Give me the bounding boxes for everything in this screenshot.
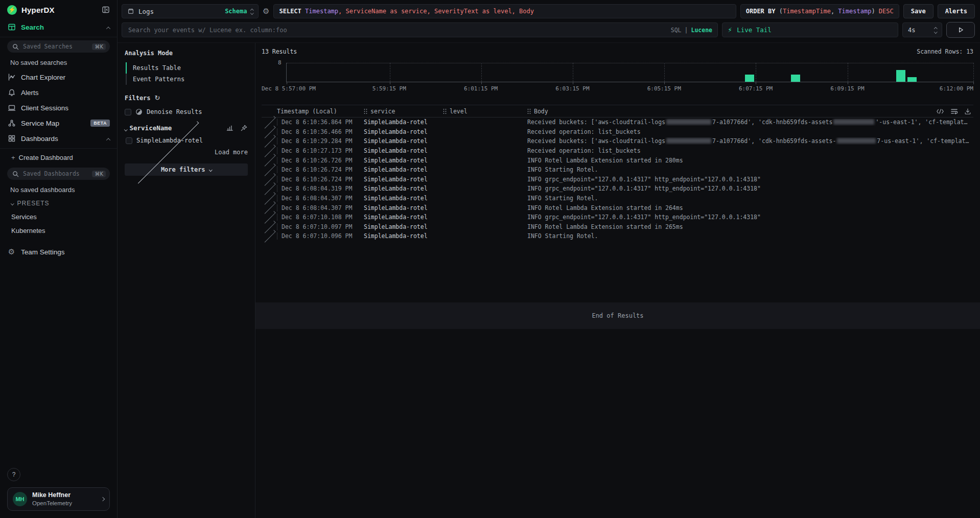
redacted-text [666, 138, 711, 144]
column-header-body[interactable]: Body [527, 108, 973, 115]
chevron-up-icon[interactable] [107, 135, 110, 143]
sidebar-item-dashboards[interactable]: Dashboards [0, 131, 117, 146]
histogram-bar[interactable] [896, 70, 905, 82]
refresh-icon[interactable]: ↻ [155, 94, 160, 102]
expand-row-icon[interactable] [262, 226, 277, 228]
log-row[interactable]: Dec 8 6:10:26.724 PMSimpleLambda-rotelIN… [262, 175, 973, 184]
cell-body: Received buckets: ['aws-cloudtrail-logs7… [527, 119, 973, 126]
redacted-text [833, 119, 874, 125]
histogram-bar[interactable] [907, 77, 917, 82]
expand-row-icon[interactable] [262, 140, 277, 143]
presets-toggle[interactable]: PRESETS [0, 197, 117, 210]
log-row[interactable]: Dec 8 6:10:36.466 PMSimpleLambda-rotelRe… [262, 127, 973, 137]
log-row[interactable]: Dec 8 6:08:04.307 PMSimpleLambda-rotelIN… [262, 194, 973, 203]
analysis-mode-option[interactable]: Results Table [126, 62, 248, 74]
sidebar-item-search[interactable]: Search [0, 19, 117, 35]
log-row[interactable]: Dec 8 6:07:10.097 PMSimpleLambda-rotelIN… [262, 222, 973, 232]
expand-row-icon[interactable] [262, 131, 277, 133]
refresh-interval-select[interactable]: 4s [902, 22, 942, 37]
denoise-row[interactable]: Denoise Results [125, 108, 248, 115]
drag-handle-icon[interactable] [527, 108, 531, 114]
profile-card[interactable]: MH Mike Heffner OpenTelemetry [7, 487, 110, 511]
sidebar-item-service-map[interactable]: Service Map BETA [0, 115, 117, 131]
gear-icon[interactable]: ⚙ [263, 7, 269, 16]
lucene-label[interactable]: Lucene [691, 27, 712, 34]
saved-searches-input[interactable] [22, 42, 89, 51]
expand-row-icon[interactable] [262, 178, 277, 181]
chevron-down-icon [209, 168, 212, 171]
log-row[interactable]: Dec 8 6:07:10.108 PMSimpleLambda-rotelIN… [262, 213, 973, 222]
sql-label[interactable]: SQL [671, 27, 682, 34]
search-input[interactable] [122, 23, 717, 37]
sidebar-item-chart-explorer[interactable]: Chart Explorer [0, 69, 117, 85]
log-row[interactable]: Dec 8 6:10:29.284 PMSimpleLambda-rotelRe… [262, 136, 973, 146]
expand-row-icon[interactable] [262, 197, 277, 200]
expand-row-icon[interactable] [262, 235, 277, 238]
expand-row-icon[interactable] [262, 121, 277, 124]
order-by[interactable]: ORDER BY (TimestampTime, Timestamp) DESC [740, 4, 899, 18]
histogram-bar[interactable] [745, 75, 754, 82]
bell-icon [7, 88, 16, 97]
log-row[interactable]: Dec 8 6:08:04.319 PMSimpleLambda-rotelIN… [262, 184, 973, 194]
drag-handle-icon[interactable] [364, 108, 367, 114]
cell-service: SimpleLambda-rotel [364, 214, 443, 221]
sidebar-collapse-icon[interactable] [102, 6, 110, 14]
live-tail-button[interactable]: ⚡ Live Tail [722, 22, 898, 37]
log-row[interactable]: Dec 8 6:10:27.173 PMSimpleLambda-rotelRe… [262, 146, 973, 156]
results-histogram[interactable]: 8 Dec 8 5:57:00 PM5:59:15 PM6:01:15 PM6:… [262, 63, 973, 93]
preset-kubernetes[interactable]: Kubernetes [0, 224, 117, 238]
wrap-lines-icon[interactable] [950, 108, 958, 115]
facet-chart-icon[interactable] [226, 124, 234, 132]
pin-icon[interactable] [240, 124, 248, 132]
chevron-right-icon [101, 498, 104, 501]
log-row[interactable]: Dec 8 6:10:26.726 PMSimpleLambda-rotelIN… [262, 155, 973, 165]
alerts-button[interactable]: Alerts [938, 4, 975, 18]
saved-dashboards-input[interactable] [22, 170, 89, 178]
drag-handle-icon[interactable] [443, 108, 447, 114]
gridline [756, 63, 756, 82]
expand-row-icon[interactable] [262, 159, 277, 161]
source-select[interactable]: Logs Schema [122, 4, 259, 18]
denoise-checkbox[interactable] [125, 109, 131, 115]
stepper-icon[interactable] [935, 27, 937, 33]
column-header-level[interactable]: level [443, 108, 527, 115]
sidebar-item-team-settings[interactable]: ⚙ Team Settings [0, 244, 117, 260]
log-row[interactable]: Dec 8 6:10:26.724 PMSimpleLambda-rotelIN… [262, 165, 973, 175]
select-query[interactable]: SELECT Timestamp, ServiceName as service… [273, 4, 736, 18]
column-header-label: Timestamp (Local) [277, 108, 337, 115]
select-query-text: SELECT Timestamp, ServiceName as service… [279, 8, 534, 15]
log-row[interactable]: Dec 8 6:10:36.864 PMSimpleLambda-rotelRe… [262, 117, 973, 127]
create-dashboard-button[interactable]: + Create Dashboard [0, 151, 117, 164]
chevron-up-icon[interactable] [107, 23, 110, 31]
load-more-button[interactable]: Load more [125, 149, 248, 156]
log-row[interactable]: Dec 8 6:07:10.096 PMSimpleLambda-rotelIN… [262, 231, 973, 241]
facet-value-row[interactable]: SimpleLambda-rotel [126, 137, 248, 144]
expand-row-icon[interactable] [262, 187, 277, 190]
log-row[interactable]: Dec 8 6:08:04.307 PMSimpleLambda-rotelIN… [262, 203, 973, 213]
chevron-down-icon[interactable] [125, 124, 127, 132]
order-by-text: ORDER BY (TimestampTime, Timestamp) DESC [746, 8, 894, 15]
help-button[interactable]: ? [7, 468, 20, 481]
save-button[interactable]: Save [903, 4, 934, 18]
end-of-results: End of Results [255, 302, 980, 329]
schema-select[interactable]: Schema [225, 8, 253, 15]
play-button[interactable] [946, 22, 975, 38]
column-header-service[interactable]: service [364, 108, 443, 115]
sidebar-item-client-sessions[interactable]: Client Sessions [0, 100, 117, 115]
expand-row-icon[interactable] [262, 150, 277, 152]
download-icon[interactable] [964, 108, 971, 115]
code-view-icon[interactable] [936, 108, 944, 115]
expand-row-icon[interactable] [262, 169, 277, 171]
more-filters-button[interactable]: More filters [125, 163, 248, 176]
gridline [664, 63, 665, 82]
preset-services[interactable]: Services [0, 210, 117, 224]
sidebar-item-alerts[interactable]: Alerts [0, 85, 117, 100]
analysis-mode-option[interactable]: Event Patterns [126, 74, 248, 85]
shortcut-badge: ⌘K [92, 43, 106, 50]
histogram-plot[interactable]: 8 [286, 63, 973, 82]
facet-value-checkbox[interactable] [126, 137, 132, 144]
language-toggle[interactable]: SQL | Lucene [671, 23, 712, 37]
expand-row-icon[interactable] [262, 216, 277, 219]
histogram-bar[interactable] [791, 75, 800, 82]
expand-row-icon[interactable] [262, 206, 277, 209]
